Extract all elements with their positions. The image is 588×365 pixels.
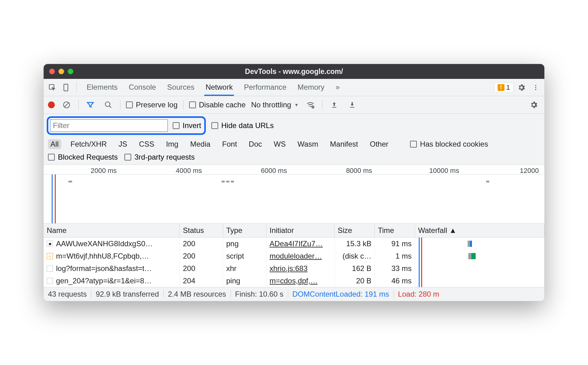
col-waterfall[interactable]: Waterfall ▲	[415, 224, 544, 238]
type-manifest[interactable]: Manifest	[327, 139, 361, 149]
type-fetch-xhr[interactable]: Fetch/XHR	[68, 139, 109, 149]
col-name[interactable]: Name	[44, 224, 180, 238]
hide-data-urls-checkbox[interactable]: Hide data URLs	[211, 121, 274, 130]
issues-badge[interactable]: ! 1	[494, 83, 513, 92]
status-transferred: 92.9 kB transferred	[96, 290, 159, 298]
clear-icon[interactable]	[60, 99, 73, 111]
tick-label: 6000 ms	[261, 167, 287, 175]
import-har-icon[interactable]	[328, 99, 340, 111]
record-button[interactable]	[48, 101, 55, 108]
script-file-icon: ‹›	[47, 253, 53, 259]
third-party-checkbox[interactable]: 3rd-party requests	[124, 153, 195, 161]
status-bar: 43 requests 92.9 kB transferred 2.4 MB r…	[44, 287, 544, 301]
blocked-requests-checkbox[interactable]: Blocked Requests	[48, 153, 118, 161]
type-img[interactable]: Img	[163, 139, 181, 149]
type-wasm[interactable]: Wasm	[295, 139, 321, 149]
table-row[interactable]: log?format=json&hasfast=t…	[44, 262, 180, 275]
type-css[interactable]: CSS	[136, 139, 157, 149]
tick-label: 12000	[520, 167, 539, 175]
panel-tabs: Elements Console Sources Network Perform…	[85, 79, 341, 96]
tab-network[interactable]: Network	[204, 79, 234, 96]
col-status[interactable]: Status	[180, 224, 223, 238]
type-js[interactable]: JS	[116, 139, 130, 149]
devtools-window: DevTools - www.google.com/ Elements Cons…	[43, 64, 545, 301]
preserve-log-checkbox[interactable]: Preserve log	[126, 101, 178, 109]
svg-point-4	[535, 89, 536, 90]
table-row[interactable]: gen_204?atyp=i&r=1&ei=8…	[44, 275, 180, 287]
divider	[78, 100, 79, 110]
tabs-overflow[interactable]: »	[334, 79, 341, 96]
tab-sources[interactable]: Sources	[166, 79, 196, 96]
tick-label: 4000 ms	[176, 167, 202, 175]
chevron-down-icon: ▼	[294, 102, 299, 107]
requests-table: Name Status Type Initiator Size Time Wat…	[44, 224, 544, 287]
initiator-link[interactable]: ADea4I7IfZu7…	[266, 238, 335, 250]
svg-rect-1	[64, 84, 68, 91]
table-row[interactable]: ◆AAWUweXANHG8IddxgS0…	[44, 238, 180, 250]
type-all[interactable]: All	[48, 139, 61, 149]
disable-cache-checkbox[interactable]: Disable cache	[189, 101, 246, 109]
svg-point-6	[105, 102, 110, 106]
issues-count: 1	[506, 84, 510, 92]
generic-file-icon	[47, 265, 53, 272]
tab-performance[interactable]: Performance	[243, 79, 288, 96]
warning-icon: !	[498, 84, 504, 91]
divider	[183, 100, 184, 110]
timeline-overview[interactable]: 2000 ms 4000 ms 6000 ms 8000 ms 10000 ms…	[44, 165, 544, 224]
settings-icon[interactable]	[515, 81, 528, 94]
tick-label: 10000 ms	[429, 167, 459, 175]
sort-indicator-icon: ▲	[449, 226, 456, 234]
kebab-menu-icon[interactable]	[530, 81, 542, 94]
tick-label: 8000 ms	[346, 167, 372, 175]
status-load: Load: 280 m	[398, 290, 439, 298]
tab-console[interactable]: Console	[128, 79, 157, 96]
svg-rect-9	[350, 107, 354, 108]
svg-point-2	[535, 85, 536, 86]
network-conditions-icon[interactable]	[304, 99, 317, 111]
waterfall-cell	[415, 275, 544, 287]
inspect-icon[interactable]	[46, 81, 58, 94]
col-initiator[interactable]: Initiator	[266, 224, 335, 238]
request-bar	[226, 181, 229, 182]
initiator-link[interactable]: m=cdos,dpf,…	[266, 275, 335, 287]
device-toolbar-icon[interactable]	[60, 81, 73, 94]
filter-highlight: Invert	[47, 116, 206, 135]
throttling-select[interactable]: No throttling ▼	[251, 101, 298, 109]
request-bar	[486, 181, 489, 182]
svg-point-3	[535, 87, 536, 88]
table-row[interactable]: ‹›m=Wt6vjf,hhhU8,FCpbqb,…	[44, 250, 180, 262]
tab-memory[interactable]: Memory	[296, 79, 326, 96]
type-ws[interactable]: WS	[271, 139, 288, 149]
col-size[interactable]: Size	[335, 224, 375, 238]
status-requests: 43 requests	[48, 290, 87, 298]
network-settings-icon[interactable]	[528, 99, 540, 111]
filter-toggle-icon[interactable]	[84, 99, 97, 111]
invert-checkbox[interactable]: Invert	[173, 121, 201, 130]
col-type[interactable]: Type	[223, 224, 266, 238]
tab-elements[interactable]: Elements	[85, 79, 119, 96]
filter-input[interactable]	[50, 119, 168, 132]
load-marker	[55, 174, 56, 223]
divider	[76, 83, 77, 92]
status-finish: Finish: 10.60 s	[235, 290, 283, 298]
request-bar	[222, 181, 225, 182]
initiator-link[interactable]: moduleloader…	[266, 250, 335, 262]
type-media[interactable]: Media	[188, 139, 213, 149]
type-other[interactable]: Other	[367, 139, 391, 149]
export-har-icon[interactable]	[346, 99, 358, 111]
blocked-row: Blocked Requests 3rd-party requests	[44, 151, 544, 165]
type-font[interactable]: Font	[220, 139, 240, 149]
search-icon[interactable]	[102, 99, 115, 111]
titlebar: DevTools - www.google.com/	[44, 64, 544, 79]
divider	[120, 100, 120, 110]
request-bar	[68, 181, 72, 182]
generic-file-icon	[47, 278, 53, 284]
status-dcl: DOMContentLoaded: 191 ms	[292, 290, 389, 298]
col-time[interactable]: Time	[375, 224, 415, 238]
waterfall-cell	[415, 238, 544, 250]
has-blocked-cookies-checkbox[interactable]: Has blocked cookies	[410, 140, 488, 148]
initiator-link[interactable]: xhrio.js:683	[266, 262, 335, 275]
svg-rect-8	[332, 107, 336, 108]
image-file-icon: ◆	[47, 241, 53, 247]
type-doc[interactable]: Doc	[246, 139, 265, 149]
